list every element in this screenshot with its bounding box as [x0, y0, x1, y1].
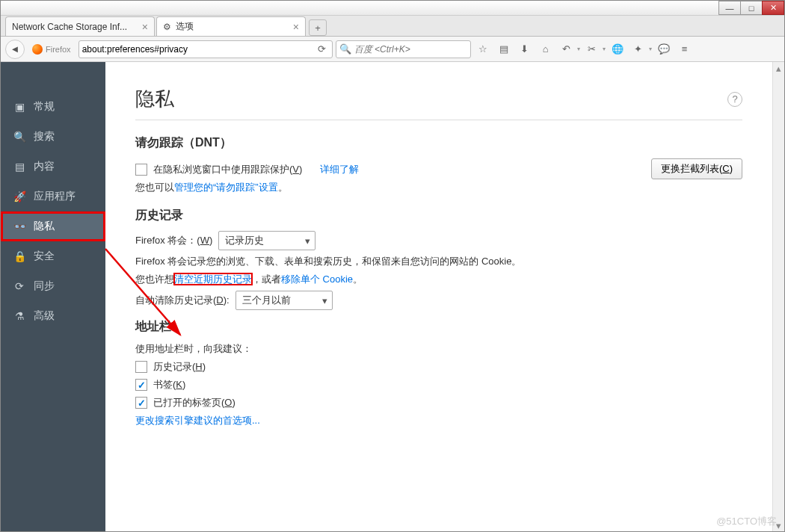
tab-1[interactable]: Network Cache Storage Inf... × [5, 16, 155, 36]
sidebar-item-label: 同步 [34, 279, 55, 293]
sidebar-item-security[interactable]: 🔒 安全 [1, 241, 105, 271]
back-button[interactable]: ◄ [5, 40, 25, 59]
sidebar-item-label: 安全 [34, 250, 55, 263]
lock-icon: 🔒 [13, 250, 26, 263]
download-icon[interactable]: ⬇ [516, 40, 534, 58]
chevron-down-icon[interactable]: ▾ [577, 46, 580, 52]
sidebar-item-label: 隐私 [34, 220, 55, 233]
tab-label: 选项 [176, 20, 194, 33]
dnt-manage-text: 您也可以管理您的“请勿跟踪”设置。 [135, 181, 288, 194]
reader-icon[interactable]: ▤ [495, 40, 513, 58]
history-will-label: Firefox 将会：(W) [135, 234, 212, 247]
minimize-button[interactable]: — [718, 1, 741, 15]
history-clear-text: 您也许想清空近期历史记录，或者移除单个 Cookie。 [135, 273, 363, 286]
preferences-sidebar: ▣ 常规 🔍 搜索 ▤ 内容 🚀 应用程序 👓 隐私 🔒 安全 [1, 62, 105, 531]
rocket-icon: 🚀 [13, 190, 26, 203]
chevron-down-icon[interactable]: ▾ [603, 46, 606, 52]
url-input[interactable] [82, 42, 315, 57]
tab-close-icon[interactable]: × [293, 21, 299, 33]
tab-bar: Network Cache Storage Inf... × ⚙ 选项 × + [1, 16, 784, 37]
page-title-text: 隐私 [135, 86, 174, 112]
vertical-scrollbar[interactable]: ▴ ▾ [772, 62, 784, 531]
url-bar[interactable]: ⟳ [78, 40, 333, 58]
suggest-bookmarks-label: 书签(K) [153, 378, 185, 392]
star-icon[interactable]: ☆ [474, 40, 492, 58]
mask-icon: 👓 [13, 220, 26, 233]
dnt-learn-more-link[interactable]: 详细了解 [320, 163, 359, 176]
change-search-suggestions-link[interactable]: 更改搜索引擎建议的首选项... [135, 414, 260, 427]
sync-icon: ⟳ [13, 279, 26, 293]
firefox-icon [32, 44, 43, 55]
suggest-history-checkbox[interactable] [135, 361, 147, 373]
section-history-heading: 历史记录 [135, 208, 742, 223]
sidebar-item-label: 搜索 [34, 130, 55, 143]
history-desc: Firefox 将会记录您的浏览、下载、表单和搜索历史，和保留来自您访问的网站的… [135, 255, 521, 268]
content-area: ▣ 常规 🔍 搜索 ▤ 内容 🚀 应用程序 👓 隐私 🔒 安全 [1, 62, 784, 531]
sidebar-item-search[interactable]: 🔍 搜索 [1, 122, 105, 152]
tab-close-icon[interactable]: × [142, 21, 148, 33]
maximize-button[interactable]: □ [740, 1, 763, 15]
watermark: @51CTO博客 [716, 515, 777, 528]
search-icon: 🔍 [339, 43, 351, 55]
sidebar-item-advanced[interactable]: ⚗ 高级 [1, 301, 105, 331]
change-blocklist-button[interactable]: 更换拦截列表(C) [651, 158, 742, 179]
dnt-tracking-checkbox[interactable] [135, 164, 147, 176]
clear-recent-history-link[interactable]: 清空近期历史记录 [174, 273, 252, 285]
flask-icon: ⚗ [13, 309, 26, 323]
gear-icon: ⚙ [163, 22, 171, 32]
sidebar-item-general[interactable]: ▣ 常规 [1, 92, 105, 122]
browser-window: — □ ✕ Network Cache Storage Inf... × ⚙ 选… [0, 0, 785, 532]
new-tab-button[interactable]: + [309, 19, 327, 36]
reload-icon[interactable]: ⟳ [315, 43, 329, 55]
search-icon: 🔍 [13, 130, 26, 143]
chat-icon[interactable]: 💬 [655, 40, 673, 58]
search-input[interactable] [354, 44, 467, 55]
chevron-down-icon[interactable]: ▾ [649, 46, 652, 52]
section-locationbar-heading: 地址栏 [135, 319, 742, 335]
document-icon: ▤ [13, 160, 26, 173]
sidebar-item-label: 应用程序 [34, 190, 76, 203]
sidebar-item-apps[interactable]: 🚀 应用程序 [1, 182, 105, 211]
page-title: 隐私 ? [135, 86, 742, 112]
close-button[interactable]: ✕ [762, 1, 784, 15]
home-icon[interactable]: ⌂ [537, 40, 555, 58]
tab-label: Network Cache Storage Inf... [12, 22, 127, 32]
tab-2[interactable]: ⚙ 选项 × [156, 16, 306, 36]
dnt-manage-link[interactable]: 管理您的“请勿跟踪”设置 [174, 182, 278, 193]
globe-icon[interactable]: 🌐 [609, 40, 627, 58]
menu-icon[interactable]: ≡ [676, 40, 694, 58]
auto-clear-label: 自动清除历史记录(D): [135, 294, 230, 307]
suggest-history-label: 历史记录(H) [153, 360, 206, 374]
remove-cookie-link[interactable]: 移除单个 Cookie [281, 273, 353, 285]
auto-clear-select[interactable]: 三个月以前 [236, 291, 333, 310]
history-mode-select[interactable]: 记录历史 [218, 231, 315, 250]
undo-icon[interactable]: ↶ [558, 40, 576, 58]
locationbar-suggest-label: 使用地址栏时，向我建议： [135, 342, 252, 356]
section-dnt-heading: 请勿跟踪（DNT） [135, 135, 742, 151]
preferences-panel: 隐私 ? 请勿跟踪（DNT） 在隐私浏览窗口中使用跟踪保护(V) 详细了解 [105, 62, 772, 531]
divider [135, 120, 742, 120]
sidebar-item-privacy[interactable]: 👓 隐私 [1, 211, 105, 241]
sidebar-item-content[interactable]: ▤ 内容 [1, 152, 105, 182]
panel-icon: ▣ [13, 100, 26, 114]
suggest-opentabs-label: 已打开的标签页(O) [153, 396, 236, 409]
scissors-icon[interactable]: ✂ [583, 40, 601, 58]
nav-toolbar: ◄ Firefox ⟳ 🔍 ☆ ▤ ⬇ ⌂ ↶▾ ✂▾ 🌐 ✦▾ 💬 ≡ [1, 37, 784, 62]
help-icon[interactable]: ? [727, 92, 742, 107]
suggest-bookmarks-checkbox[interactable] [135, 379, 147, 391]
sidebar-item-label: 高级 [34, 309, 55, 323]
firefox-label: Firefox [46, 45, 71, 54]
title-bar: — □ ✕ [1, 1, 784, 16]
suggest-opentabs-checkbox[interactable] [135, 397, 147, 409]
firefox-badge: Firefox [28, 41, 76, 58]
scroll-up-icon[interactable]: ▴ [773, 62, 784, 74]
brush-icon[interactable]: ✦ [629, 40, 647, 58]
sidebar-item-label: 内容 [34, 160, 55, 173]
sidebar-item-label: 常规 [34, 100, 55, 114]
search-bar[interactable]: 🔍 [336, 40, 471, 58]
dnt-checkbox-label: 在隐私浏览窗口中使用跟踪保护(V) [153, 163, 302, 176]
sidebar-item-sync[interactable]: ⟳ 同步 [1, 271, 105, 301]
